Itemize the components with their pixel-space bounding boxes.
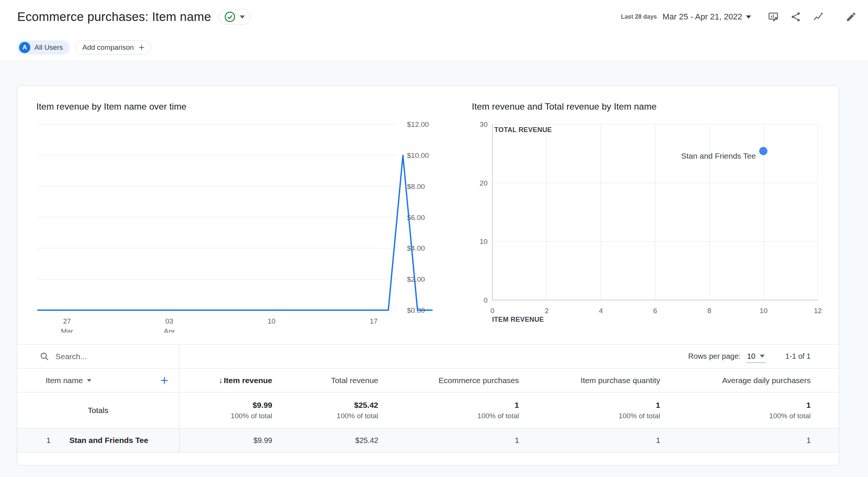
svg-text:$10.00: $10.00 (407, 152, 429, 159)
column-header-label: Average daily purchasers (722, 376, 811, 385)
check-circle-icon (224, 11, 236, 22)
sort-descending-icon: ↓ (219, 376, 223, 385)
table-row[interactable]: 1 Stan and Friends Tee $9.99 $25.42 1 1 … (17, 428, 839, 453)
date-preset-label: Last 28 days (621, 13, 657, 20)
line-chart[interactable]: $0.00$2.00$4.00$6.00$8.00$10.00$12.0027M… (36, 116, 463, 333)
row-item-name: Stan and Friends Tee (69, 436, 148, 445)
totals-cell: 1 100% of total (519, 392, 660, 428)
svg-text:TOTAL REVENUE: TOTAL REVENUE (494, 126, 552, 134)
add-column-button[interactable] (157, 373, 172, 388)
plus-icon (159, 375, 170, 386)
svg-text:03: 03 (165, 317, 173, 325)
svg-text:20: 20 (480, 179, 488, 187)
svg-text:$12.00: $12.00 (407, 120, 429, 128)
customize-chart-button[interactable] (765, 8, 782, 25)
totals-subtext: 100% of total (619, 412, 660, 420)
totals-subtext: 100% of total (231, 412, 272, 420)
svg-text:2: 2 (545, 307, 549, 315)
all-users-chip[interactable]: A All Users (17, 40, 70, 55)
dimension-label: Item name (46, 376, 83, 385)
charts-section: Item revenue by Item name over time $0.0… (17, 86, 839, 344)
svg-text:$4.00: $4.00 (407, 244, 425, 252)
svg-text:17: 17 (370, 317, 377, 325)
svg-text:10: 10 (760, 307, 768, 315)
svg-text:$6.00: $6.00 (407, 214, 425, 221)
date-range-picker[interactable]: Mar 25 - Apr 21, 2022 (662, 12, 751, 22)
row-value-item-purchase-quantity: 1 (519, 428, 660, 452)
insights-button[interactable] (810, 8, 827, 25)
totals-value: 1 (806, 401, 811, 410)
totals-cell: 1 100% of total (378, 392, 519, 428)
table-totals-row: Totals $9.99 100% of total $25.42 100% o… (17, 392, 839, 428)
row-value-average-daily-purchasers: 1 (660, 428, 839, 452)
totals-value: 1 (656, 401, 660, 410)
add-comparison-button[interactable]: Add comparison (75, 40, 151, 55)
all-users-label: All Users (34, 43, 63, 52)
edit-report-button[interactable] (843, 8, 860, 25)
table-header-row: Item name ↓ Item revenue Total revenue (17, 369, 839, 392)
chevron-down-icon (240, 15, 245, 19)
svg-text:6: 6 (653, 307, 657, 315)
column-header-item-revenue[interactable]: ↓ Item revenue (179, 369, 272, 392)
share-button[interactable] (787, 8, 804, 25)
svg-text:30: 30 (480, 120, 488, 128)
totals-value: $25.42 (354, 401, 378, 410)
totals-subtext: 100% of total (769, 412, 811, 420)
report-header: Ecommerce purchases: Item name Last 28 d… (0, 0, 868, 60)
search-input[interactable] (55, 352, 157, 361)
header-right: Last 28 days Mar 25 - Apr 21, 2022 (621, 8, 860, 25)
search-icon (40, 352, 49, 361)
scatter-chart-block: Item revenue and Total revenue by Item n… (472, 101, 840, 334)
line-chart-block: Item revenue by Item name over time $0.0… (36, 101, 463, 334)
report-card: Item revenue by Item name over time $0.0… (17, 85, 839, 466)
chevron-down-icon (760, 355, 765, 358)
edit-icon (846, 11, 857, 22)
totals-cell: $9.99 100% of total (179, 392, 272, 428)
comparison-avatar: A (19, 42, 30, 53)
rows-per-page-select[interactable]: 10 (746, 350, 766, 363)
totals-value: 1 (515, 401, 519, 410)
svg-text:0: 0 (483, 296, 488, 304)
rows-per-page-label: Rows per page: (688, 352, 741, 361)
svg-text:Stan and Friends Tee: Stan and Friends Tee (681, 152, 756, 160)
svg-text:8: 8 (707, 307, 711, 315)
row-value-total-revenue: $25.42 (272, 428, 378, 452)
row-index: 1 (46, 436, 51, 445)
column-header-ecommerce-purchases[interactable]: Ecommerce purchases (378, 369, 519, 392)
column-header-item-purchase-quantity[interactable]: Item purchase quantity (519, 369, 660, 392)
customize-chart-icon (768, 11, 779, 22)
table-search-row: Rows per page: 10 1-1 of 1 (17, 345, 839, 369)
totals-cell: $25.42 100% of total (272, 392, 378, 428)
plus-icon (137, 43, 146, 52)
insights-icon (813, 11, 824, 22)
column-header-total-revenue[interactable]: Total revenue (272, 369, 378, 392)
row-value-ecommerce-purchases: 1 (378, 428, 519, 452)
dimension-selector[interactable]: Item name (46, 376, 91, 385)
svg-text:12: 12 (814, 307, 822, 315)
totals-label: Totals (17, 392, 179, 428)
svg-text:ITEM REVENUE: ITEM REVENUE (492, 316, 544, 323)
add-comparison-label: Add comparison (82, 43, 134, 52)
report-status-chip[interactable] (219, 9, 251, 25)
totals-subtext: 100% of total (477, 412, 519, 420)
scatter-chart[interactable]: 0246810120102030TOTAL REVENUEITEM REVENU… (472, 116, 840, 333)
svg-text:10: 10 (267, 317, 275, 325)
svg-text:$2.00: $2.00 (407, 275, 425, 283)
svg-text:10: 10 (480, 238, 488, 245)
svg-text:4: 4 (599, 307, 603, 315)
title-row: Ecommerce purchases: Item name Last 28 d… (17, 8, 860, 25)
rows-per-page-value: 10 (747, 352, 755, 361)
svg-text:Apr: Apr (164, 327, 175, 333)
line-chart-title: Item revenue by Item name over time (36, 101, 463, 112)
pagination-controls: Rows per page: 10 1-1 of 1 (179, 345, 839, 368)
dimension-header-cell: Item name (17, 369, 179, 392)
toolbar (765, 8, 860, 25)
date-range-label: Mar 25 - Apr 21, 2022 (662, 12, 742, 22)
row-dimension-cell: 1 Stan and Friends Tee (17, 428, 179, 452)
share-icon (790, 11, 801, 22)
svg-text:27: 27 (63, 317, 71, 325)
column-header-average-daily-purchasers[interactable]: Average daily purchasers (660, 369, 839, 392)
page-title: Ecommerce purchases: Item name (17, 10, 211, 24)
row-value-item-revenue: $9.99 (179, 428, 272, 452)
detail-table: Rows per page: 10 1-1 of 1 Item name (17, 344, 839, 453)
